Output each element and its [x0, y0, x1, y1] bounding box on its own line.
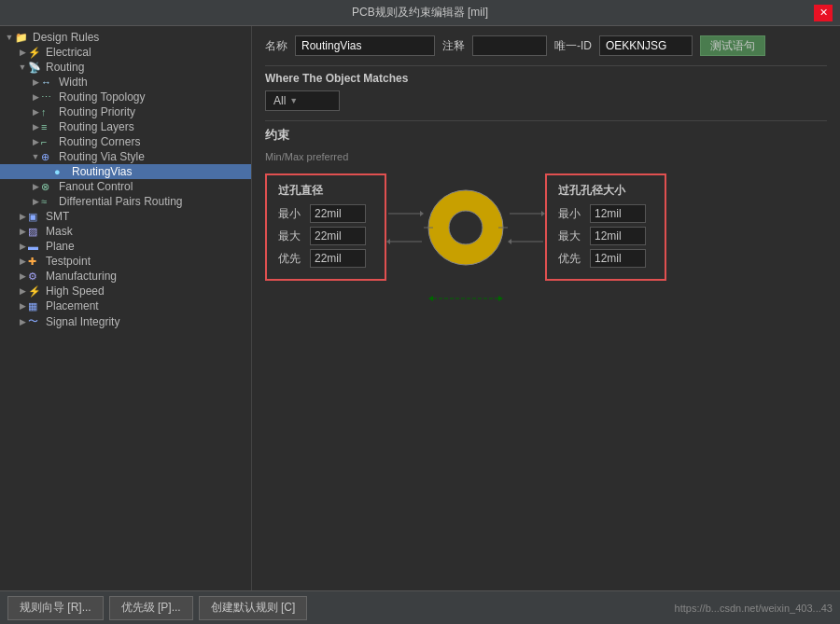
- svg-point-5: [449, 211, 483, 244]
- tree-item-4[interactable]: ▶⋯Routing Topology: [0, 90, 251, 104]
- close-button[interactable]: ✕: [814, 5, 833, 21]
- tree-item-label-4: Routing Topology: [59, 90, 146, 104]
- drill-max-row: 最大: [558, 227, 653, 245]
- svg-marker-13: [428, 296, 433, 301]
- dimension-arrows-svg: [265, 284, 620, 312]
- main-container: ▼📁Design Rules▶⚡Electrical▼📡Routing▶↔Wid…: [0, 26, 840, 590]
- priority-button[interactable]: 优先级 [P]...: [109, 596, 193, 620]
- divider-2: [265, 120, 827, 121]
- unique-id-input[interactable]: [599, 35, 693, 56]
- tree-item-label-17: High Speed: [46, 284, 105, 298]
- tree-item-8[interactable]: ▼⊕Routing Via Style: [0, 149, 251, 164]
- tree-item-label-10: Fanout Control: [59, 180, 133, 193]
- name-input[interactable]: [295, 35, 435, 56]
- tree-item-17[interactable]: ▶⚡High Speed: [0, 284, 251, 298]
- where-dropdown-value: All: [273, 94, 286, 107]
- tree-item-label-9: RoutingVias: [72, 165, 133, 178]
- hole-prefer-label: 优先: [278, 251, 304, 267]
- create-rules-button[interactable]: 创建默认规则 [C]: [199, 596, 308, 620]
- drill-prefer-input[interactable]: [590, 249, 646, 268]
- tree-item-1[interactable]: ▶⚡Electrical: [0, 45, 251, 60]
- right-arrows: [508, 200, 545, 256]
- tree-item-label-6: Routing Layers: [59, 120, 134, 133]
- tree-item-13[interactable]: ▶▨Mask: [0, 224, 251, 239]
- title-bar: PCB规则及约束编辑器 [mil] ✕: [0, 0, 840, 26]
- bottom-bar: 规则向导 [R]... 优先级 [P]... 创建默认规则 [C] https:…: [0, 590, 840, 624]
- tree-item-label-0: Design Rules: [33, 31, 99, 44]
- tree-item-12[interactable]: ▶▣SMT: [0, 209, 251, 224]
- drill-max-input[interactable]: [590, 227, 646, 245]
- svg-marker-3: [386, 239, 390, 244]
- right-arrow-svg: [508, 200, 545, 256]
- left-arrow-svg: [386, 200, 424, 256]
- bottom-buttons: 规则向导 [R]... 优先级 [P]... 创建默认规则 [C]: [7, 596, 307, 620]
- tree-item-5[interactable]: ▶↑Routing Priority: [0, 104, 251, 119]
- hole-min-row: 最小: [278, 204, 373, 223]
- drill-max-label: 最大: [558, 229, 584, 244]
- tree-item-9[interactable]: ●RoutingVias: [0, 164, 251, 179]
- tree-item-label-2: Routing: [46, 61, 84, 74]
- tree-item-label-5: Routing Priority: [59, 105, 135, 118]
- tree-item-15[interactable]: ▶✚Testpoint: [0, 254, 251, 269]
- divider-1: [265, 65, 827, 66]
- wizard-button[interactable]: 规则向导 [R]...: [7, 596, 104, 620]
- left-arrows: [386, 200, 424, 256]
- via-circle-area: [424, 186, 508, 270]
- tree-item-10[interactable]: ▶⊗Fanout Control: [0, 179, 251, 194]
- tree-item-18[interactable]: ▶▦Placement: [0, 298, 251, 313]
- tree-item-7[interactable]: ▶⌐Routing Corners: [0, 134, 251, 149]
- window-title: PCB规则及约束编辑器 [mil]: [26, 5, 814, 21]
- tree-item-label-3: Width: [59, 76, 88, 89]
- tree-item-0[interactable]: ▼📁Design Rules: [0, 30, 251, 45]
- tree-item-6[interactable]: ▶≡Routing Layers: [0, 119, 251, 134]
- tree-item-label-19: Signal Integrity: [46, 315, 119, 328]
- tree-item-label-1: Electrical: [46, 46, 91, 59]
- tree-item-label-14: Plane: [46, 240, 75, 253]
- hole-prefer-input[interactable]: [310, 249, 366, 268]
- tree-item-16[interactable]: ▶⚙Manufacturing: [0, 269, 251, 284]
- drill-prefer-row: 优先: [558, 249, 653, 268]
- hole-min-label: 最小: [278, 206, 304, 222]
- hole-diameter-title: 过孔直径: [278, 183, 373, 199]
- constraint-title: 约束: [265, 127, 827, 144]
- tree-item-label-13: Mask: [46, 225, 73, 238]
- comment-input[interactable]: [472, 35, 547, 56]
- hole-max-label: 最大: [278, 229, 304, 244]
- hole-min-input[interactable]: [310, 204, 366, 223]
- tree-item-label-11: Differential Pairs Routing: [59, 195, 183, 208]
- min-max-label: Min/Max preferred: [265, 151, 827, 162]
- tree-item-14[interactable]: ▶▬Plane: [0, 239, 251, 254]
- tree-item-19[interactable]: ▶〜Signal Integrity: [0, 313, 251, 329]
- hole-max-input[interactable]: [310, 227, 366, 245]
- tree-item-3[interactable]: ▶↔Width: [0, 75, 251, 90]
- drill-size-box: 过孔孔径大小 最小 最大 优先: [545, 173, 666, 281]
- drill-prefer-label: 优先: [558, 251, 584, 267]
- tree-item-label-8: Routing Via Style: [59, 150, 145, 163]
- header-row: 名称 注释 唯一-ID 测试语句: [265, 35, 827, 56]
- right-panel: 名称 注释 唯一-ID 测试语句 Where The Object Matche…: [252, 26, 840, 590]
- drill-min-label: 最小: [558, 206, 584, 222]
- tree-panel: ▼📁Design Rules▶⚡Electrical▼📡Routing▶↔Wid…: [0, 26, 252, 590]
- tree-item-label-16: Manufacturing: [46, 270, 117, 283]
- where-title: Where The Object Matches: [265, 72, 827, 85]
- where-row: All ▼: [265, 90, 827, 111]
- tree-item-11[interactable]: ▶≈Differential Pairs Routing: [0, 194, 251, 209]
- diagram-area: 过孔直径 最小 最大 优先: [265, 173, 827, 315]
- constraint-section: 约束 Min/Max preferred 过孔直径 最小 最大: [265, 127, 827, 315]
- test-button[interactable]: 测试语句: [700, 35, 765, 56]
- via-circle-svg: [424, 186, 508, 270]
- hole-prefer-row: 优先: [278, 249, 373, 268]
- tree-item-label-7: Routing Corners: [59, 135, 140, 148]
- where-dropdown[interactable]: All ▼: [265, 90, 340, 111]
- status-text: https://b...csdn.net/weixin_403...43: [675, 603, 833, 614]
- hole-max-row: 最大: [278, 227, 373, 245]
- drill-min-row: 最小: [558, 204, 653, 223]
- drill-min-input[interactable]: [590, 204, 646, 223]
- tree-item-2[interactable]: ▼📡Routing: [0, 60, 251, 75]
- where-section: Where The Object Matches All ▼: [265, 72, 827, 111]
- svg-marker-11: [508, 239, 511, 244]
- svg-marker-14: [498, 296, 503, 301]
- comment-label: 注释: [442, 38, 465, 54]
- tree-item-label-18: Placement: [46, 299, 99, 312]
- tree-item-label-12: SMT: [46, 210, 69, 223]
